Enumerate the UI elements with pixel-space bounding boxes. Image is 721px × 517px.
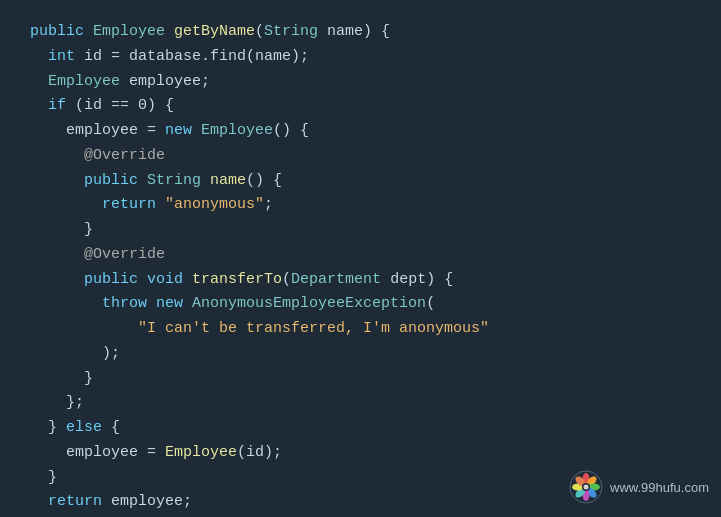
- watermark-logo-icon: [568, 469, 604, 505]
- code-line: throw new AnonymousEmployeeException(: [30, 292, 691, 317]
- svg-point-10: [584, 485, 589, 490]
- code-line: employee = Employee(id);: [30, 441, 691, 466]
- watermark-text: www.99hufu.com: [610, 480, 709, 495]
- code-line: int id = database.find(name);: [30, 45, 691, 70]
- code-line: "I can't be transferred, I'm anonymous": [30, 317, 691, 342]
- code-line: public Employee getByName(String name) {: [30, 20, 691, 45]
- code-line: Employee employee;: [30, 70, 691, 95]
- watermark: www.99hufu.com: [568, 469, 709, 505]
- code-line: );: [30, 342, 691, 367]
- code-line: @Override: [30, 144, 691, 169]
- code-line: };: [30, 391, 691, 416]
- code-line: public void transferTo(Department dept) …: [30, 268, 691, 293]
- code-line: public String name() {: [30, 169, 691, 194]
- code-line: employee = new Employee() {: [30, 119, 691, 144]
- code-line: }: [30, 218, 691, 243]
- code-line: if (id == 0) {: [30, 94, 691, 119]
- code-line: } else {: [30, 416, 691, 441]
- code-line: return "anonymous";: [30, 193, 691, 218]
- code-line: @Override: [30, 243, 691, 268]
- code-block: public Employee getByName(String name) {…: [0, 0, 721, 517]
- code-line: }: [30, 367, 691, 392]
